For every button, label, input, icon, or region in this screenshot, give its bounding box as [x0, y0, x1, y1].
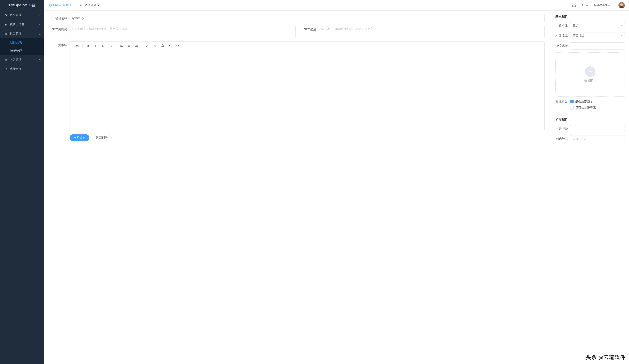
align-left-icon[interactable]: [118, 43, 125, 49]
select-value: 单页模板: [573, 34, 584, 38]
seo-desc-label: SEO描述: [300, 26, 319, 38]
sidebar-subitem-column-list[interactable]: 栏目列表: [0, 38, 44, 47]
checkbox-label: 是否顶部显示: [575, 100, 593, 104]
chevron-down-icon: ▾: [39, 23, 40, 26]
redirect-input[interactable]: [570, 135, 625, 142]
italic-icon[interactable]: I: [92, 43, 99, 49]
unlink-icon[interactable]: [151, 43, 158, 49]
subtitle-input[interactable]: [570, 125, 625, 132]
props-panel: 基本属性 父栏目: 父级 ▾ 栏目模板: 单页模板 ▾ 英文: [551, 10, 629, 364]
seo-keywords-label: SEO关键词: [51, 26, 70, 38]
seo-keywords-input[interactable]: [70, 26, 296, 37]
sidebar-item-label: 功能组件: [10, 67, 39, 71]
home-icon[interactable]: [572, 3, 576, 7]
editor-toolbar: HTML B I U S: [70, 42, 544, 50]
parent-column-label: 父栏目:: [555, 24, 570, 28]
globe-icon: ⊕: [4, 23, 7, 26]
brand-title: FytErp-SaaS平台: [0, 0, 44, 10]
code-icon[interactable]: [174, 43, 181, 49]
editor-html-button[interactable]: HTML: [71, 43, 81, 49]
seo-desc-input[interactable]: [319, 26, 545, 37]
sidebar-item-label: 栏目管理: [10, 32, 39, 36]
chevron-down-icon: ▾: [39, 68, 40, 71]
sidebar-menu: ⚙ 系统管理 ▾ ⊕ 我的工作台 ▾ ▥ 栏目管理 ▴ 栏目列表 模板管理 ⧉: [0, 10, 44, 364]
sidebar-item-label: 系统管理: [10, 13, 39, 17]
sidebar-subitem-label: 模板管理: [10, 49, 22, 53]
column-name-label: 栏目名称: [51, 15, 70, 22]
plus-icon: +: [585, 66, 596, 77]
svg-point-8: [161, 45, 164, 47]
rich-editor: HTML B I U S: [70, 41, 545, 130]
sidebar-item-components[interactable]: ⬡ 功能组件 ▾: [0, 64, 44, 74]
align-center-icon[interactable]: [125, 43, 133, 49]
notification-dot: [586, 5, 588, 6]
editor-content[interactable]: [70, 50, 544, 130]
checkbox-label: 是否移动端显示: [575, 106, 596, 110]
globe-icon: [48, 3, 52, 7]
tab-label: CMS内容管理: [53, 3, 71, 7]
image-uploader[interactable]: + 选择图片: [555, 52, 625, 97]
underline-icon[interactable]: U: [100, 43, 107, 49]
link-icon[interactable]: [144, 43, 151, 49]
template-select[interactable]: 单页模板 ▾: [570, 32, 625, 39]
svg-point-6: [620, 3, 623, 6]
parent-column-select[interactable]: 父级 ▾: [570, 22, 625, 29]
column-attr-label: 栏目属性:: [555, 100, 570, 104]
svg-point-4: [582, 4, 585, 6]
sidebar-item-label: 内容管理: [10, 58, 39, 62]
chevron-down-icon: ▾: [621, 24, 623, 27]
english-name-label: 英文名称: [555, 44, 570, 48]
bold-icon[interactable]: B: [84, 43, 92, 49]
ext-props-title: 扩展属性: [555, 118, 625, 122]
site-label: TestWebSite: [594, 3, 610, 7]
tab-wechat[interactable]: 微信公众号: [76, 0, 104, 10]
chevron-down-icon: ▾: [39, 14, 40, 17]
topbar-tabs: CMS内容管理 微信公众号: [44, 0, 104, 10]
chevron-down-icon: ﹀: [611, 4, 613, 7]
template-label: 栏目模板:: [555, 34, 570, 38]
cube-icon: ⬡: [4, 67, 7, 71]
form-panel: 栏目名称 SEO关键词 SEO描述: [44, 10, 551, 364]
subtitle-label: 副标题: [555, 127, 570, 130]
sidebar-item-label: 我的工作台: [10, 22, 39, 26]
basic-props-title: 基本属性: [555, 15, 625, 19]
redirect-label: 转向连接: [555, 137, 570, 141]
tab-cms[interactable]: CMS内容管理: [44, 0, 76, 10]
chevron-down-icon: ▾: [39, 58, 40, 61]
topbar: CMS内容管理 微信公众号 TestW: [44, 0, 629, 10]
sidebar-subitem-label: 栏目列表: [10, 41, 22, 44]
sidebar: FytErp-SaaS平台 ⚙ 系统管理 ▾ ⊕ 我的工作台 ▾ ▥ 栏目管理 …: [0, 0, 44, 364]
image-upload-hint: 选择图片: [584, 79, 596, 83]
show-top-checkbox[interactable]: ✓: [570, 100, 574, 103]
user-avatar[interactable]: [619, 2, 625, 8]
main-area: CMS内容管理 微信公众号 TestW: [44, 0, 629, 364]
show-mobile-checkbox[interactable]: [570, 106, 574, 110]
english-name-input[interactable]: [570, 42, 625, 49]
submit-button[interactable]: 立即提交: [70, 134, 89, 141]
svg-point-10: [163, 45, 163, 46]
align-right-icon[interactable]: [133, 43, 140, 49]
strikethrough-icon[interactable]: S: [107, 43, 114, 49]
doc-icon: ⧉: [4, 58, 7, 62]
sidebar-subitem-template-mgmt[interactable]: 模板管理: [0, 47, 44, 55]
message-icon[interactable]: [582, 3, 588, 7]
image-icon[interactable]: [166, 43, 174, 49]
wechat-icon: [80, 3, 83, 7]
sidebar-item-system[interactable]: ⚙ 系统管理 ▾: [0, 10, 44, 20]
sidebar-item-workspace[interactable]: ⊕ 我的工作台 ▾: [0, 20, 44, 29]
sidebar-item-columns[interactable]: ▥ 栏目管理 ▴: [0, 29, 44, 38]
topbar-actions: TestWebSite ﹀: [568, 2, 629, 8]
svg-rect-7: [620, 6, 624, 8]
tab-label: 微信公众号: [85, 3, 99, 7]
svg-point-3: [81, 5, 83, 6]
columns-icon: ▥: [4, 32, 7, 35]
emoji-icon[interactable]: [159, 43, 166, 49]
svg-point-12: [169, 45, 170, 46]
editor-label: 文本域: [51, 41, 70, 49]
column-name-input[interactable]: [70, 15, 545, 22]
site-selector[interactable]: TestWebSite ﹀: [594, 3, 613, 7]
chevron-up-icon: ▴: [39, 32, 40, 35]
select-value: 父级: [573, 24, 578, 28]
sidebar-item-content[interactable]: ⧉ 内容管理 ▾: [0, 55, 44, 64]
back-button[interactable]: 返回列表: [92, 134, 112, 141]
